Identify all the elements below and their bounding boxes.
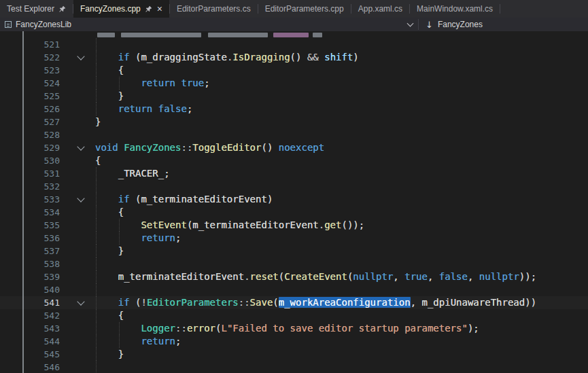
code-token: , — [393, 271, 404, 282]
pin-icon[interactable] — [145, 5, 152, 13]
code-text[interactable]: return true; — [95, 77, 210, 90]
line-number[interactable]: 538 — [0, 257, 60, 270]
line-number[interactable]: 543 — [0, 322, 60, 335]
code-line[interactable]: 538 — [0, 257, 588, 270]
line-number[interactable]: 523 — [0, 64, 60, 77]
code-line[interactable]: 546 — [0, 361, 588, 373]
code-text[interactable]: return; — [95, 232, 181, 245]
line-number[interactable]: 542 — [0, 309, 60, 322]
code-line[interactable]: 539 m_terminateEditorEvent.reset(CreateE… — [0, 270, 588, 283]
line-number[interactable]: 530 — [0, 154, 60, 167]
code-token: } — [95, 349, 124, 359]
code-text[interactable]: { — [95, 64, 124, 77]
code-text[interactable]: } — [95, 348, 124, 361]
close-icon[interactable]: × — [157, 4, 162, 14]
line-number[interactable]: 537 — [0, 245, 60, 257]
code-text[interactable]: { — [95, 309, 124, 322]
code-line[interactable]: 533 if (m_terminateEditorEvent) — [0, 193, 588, 206]
code-token: ; — [187, 103, 192, 114]
member-dropdown[interactable]: ↓ FancyZones — [419, 18, 489, 31]
line-number[interactable]: 539 — [0, 270, 60, 283]
code-text[interactable]: if (m_terminateEditorEvent) — [95, 193, 273, 206]
code-line[interactable]: 534 { — [0, 206, 588, 219]
line-number[interactable]: 541 — [0, 296, 60, 309]
fold-toggle[interactable] — [60, 141, 95, 154]
code-line[interactable]: 525 } — [0, 90, 588, 103]
line-number[interactable]: 528 — [0, 128, 60, 141]
line-number[interactable]: 532 — [0, 180, 60, 193]
code-line[interactable]: 531 _TRACER_; — [0, 167, 588, 180]
line-number[interactable]: 524 — [0, 77, 60, 90]
line-number[interactable]: 536 — [0, 232, 60, 245]
tab-app-xaml-cs[interactable]: App.xaml.cs — [351, 0, 409, 18]
code-line[interactable]: 541 if (!EditorParameters::Save(m_workAr… — [0, 296, 588, 309]
code-line[interactable]: 540 — [0, 283, 588, 296]
arrow-down-icon: ↓ — [426, 20, 433, 29]
code-text[interactable]: return false; — [95, 103, 192, 116]
code-text[interactable]: { — [95, 206, 124, 219]
line-number[interactable]: 533 — [0, 193, 60, 206]
code-token: ( — [130, 194, 141, 205]
line-number[interactable]: 522 — [0, 51, 60, 64]
code-line[interactable]: 537 } — [0, 245, 588, 257]
code-line[interactable]: 530{ — [0, 154, 588, 167]
tab-editorparameters-cpp[interactable]: EditorParameters.cpp — [258, 0, 351, 18]
code-line[interactable]: 544 return; — [0, 335, 588, 348]
line-number[interactable]: 529 — [0, 141, 60, 154]
code-line[interactable]: 543 Logger::error(L"Failed to save edito… — [0, 322, 588, 335]
code-line[interactable]: 526 return false; — [0, 103, 588, 116]
line-number[interactable]: 535 — [0, 219, 60, 232]
tab-test-explorer[interactable]: Test Explorer — [0, 0, 73, 18]
line-number[interactable]: 525 — [0, 90, 60, 103]
code-text[interactable]: return; — [95, 335, 181, 348]
tab-mainwindow-xaml-cs[interactable]: MainWindow.xaml.cs — [410, 0, 500, 18]
code-text[interactable]: _TRACER_; — [95, 167, 170, 180]
code-line[interactable]: 545 } — [0, 348, 588, 361]
code-line[interactable]: 527} — [0, 116, 588, 128]
code-line[interactable]: 535 SetEvent(m_terminateEditorEvent.get(… — [0, 219, 588, 232]
code-text[interactable]: m_terminateEditorEvent.reset(CreateEvent… — [95, 270, 536, 283]
line-number[interactable]: 527 — [0, 116, 60, 128]
fold-margin — [60, 128, 95, 141]
code-line[interactable]: 528 — [0, 128, 588, 141]
pin-icon[interactable] — [58, 5, 66, 13]
line-number[interactable]: 526 — [0, 103, 60, 116]
code-line[interactable]: 542 { — [0, 309, 588, 322]
code-line[interactable]: 524 return true; — [0, 77, 588, 90]
code-line[interactable]: 536 return; — [0, 232, 588, 245]
fold-margin — [60, 180, 95, 193]
tab-editorparameters-cs[interactable]: EditorParameters.cs — [170, 0, 258, 18]
line-number[interactable]: 544 — [0, 335, 60, 348]
code-editor[interactable]: 521522 if (m_draggingState.IsDragging() … — [0, 31, 588, 373]
fold-toggle[interactable] — [60, 193, 95, 206]
code-text[interactable]: { — [95, 154, 101, 167]
code-text[interactable]: void FancyZones::ToggleEditor() noexcept — [95, 141, 324, 154]
code-token: ToggleEditor — [192, 142, 261, 153]
code-text[interactable]: SetEvent(m_terminateEditorEvent.get()); — [95, 219, 364, 232]
code-text[interactable]: if (!EditorParameters::Save(m_workAreaCo… — [95, 296, 536, 309]
code-line[interactable]: 522 if (m_draggingState.IsDragging() && … — [0, 51, 588, 64]
code-token — [95, 77, 141, 88]
code-text[interactable]: } — [95, 116, 101, 128]
code-line[interactable]: 523 { — [0, 64, 588, 77]
project-dropdown[interactable]: FancyZonesLib — [2, 18, 418, 31]
line-number[interactable]: 540 — [0, 283, 60, 296]
code-token: Logger — [141, 323, 175, 334]
fold-toggle[interactable] — [60, 51, 95, 64]
fold-toggle[interactable] — [60, 296, 95, 309]
code-line[interactable]: 521 — [0, 38, 588, 51]
code-text[interactable]: } — [95, 90, 124, 103]
line-number[interactable]: 534 — [0, 206, 60, 219]
code-text[interactable]: Logger::error(L"Failed to save editor st… — [95, 322, 479, 335]
line-number[interactable]: 545 — [0, 348, 60, 361]
code-line[interactable]: 529void FancyZones::ToggleEditor() noexc… — [0, 141, 588, 154]
code-text[interactable]: if (m_draggingState.IsDragging() && shif… — [95, 51, 359, 64]
code-token — [152, 103, 158, 114]
fold-margin — [60, 90, 95, 103]
tab-fancyzones-cpp[interactable]: FancyZones.cpp× — [73, 0, 169, 18]
line-number[interactable]: 521 — [0, 38, 60, 51]
line-number[interactable]: 531 — [0, 167, 60, 180]
line-number[interactable]: 546 — [0, 361, 60, 373]
code-text[interactable]: } — [95, 245, 124, 257]
code-line[interactable]: 532 — [0, 180, 588, 193]
